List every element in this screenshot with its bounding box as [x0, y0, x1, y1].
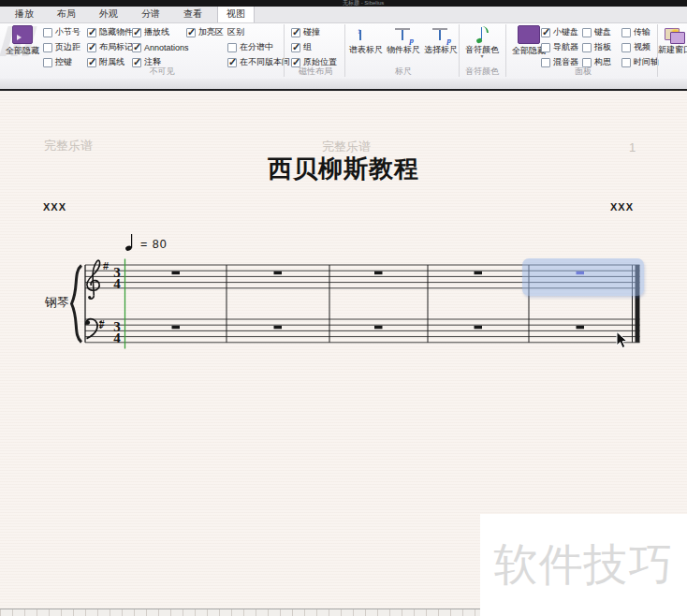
ribbon-tab-row: 播放 布局 外观 分谱 查看 视图 [0, 7, 687, 23]
hide-all-icon [12, 25, 33, 44]
group-label-magnetic-layout: 磁性布局 [286, 66, 344, 78]
checkbox-box [87, 28, 96, 37]
mouse-cursor-icon [616, 331, 629, 350]
group-label-note-colors: 音符颜色 [460, 66, 504, 78]
checkbox-collisions[interactable]: 碰撞 [291, 26, 337, 38]
ribbon-bottom-border [0, 89, 687, 91]
checkbox-playback-line[interactable]: 播放线 [132, 26, 189, 38]
checkbox-box [582, 28, 592, 37]
score-title[interactable]: 西贝柳斯教程 [0, 153, 687, 185]
selection-rulers-button[interactable]: p 选择标尺 [423, 28, 459, 54]
key-signature-sharp-bass: # [99, 319, 105, 330]
checkbox-box [621, 43, 631, 52]
differences-label: 区别 [227, 26, 290, 38]
differences-column: 区别 在分谱中 在不同版本间 [227, 26, 290, 68]
video-watermark-card: 软件技巧 [480, 514, 687, 616]
new-window-button[interactable]: 新建窗口 [659, 28, 687, 54]
object-rulers-icon: p [393, 28, 414, 43]
group-separator [459, 24, 460, 77]
checkbox-box [87, 43, 96, 52]
whole-rest[interactable] [274, 326, 283, 329]
whole-rest[interactable] [172, 326, 181, 329]
checkbox-box [132, 43, 141, 52]
measure-selection-highlight[interactable] [522, 258, 644, 296]
checkbox-layout-marks[interactable]: 布局标记 [87, 41, 133, 53]
staff-rulers-button[interactable]: ↕ 谱表标尺 [348, 28, 384, 54]
hide-all-panels-icon [518, 25, 540, 44]
window-title: 无标题 - Sibelius [343, 0, 384, 7]
whole-rest[interactable] [274, 271, 283, 274]
checkbox-video[interactable]: 视频 [621, 41, 659, 53]
checkbox-box [621, 28, 631, 37]
magnetic-layout-column: 碰撞 组 原始位置 [291, 26, 337, 68]
treble-clef-icon [87, 260, 100, 299]
note-colors-button[interactable]: 音符颜色 ▾ [460, 26, 504, 59]
tab-appearance[interactable]: 外观 [91, 6, 126, 22]
checkbox-transport[interactable]: 传输 [621, 26, 659, 38]
key-signature-sharp-treble: # [103, 260, 109, 271]
checkbox-hidden-objects[interactable]: 隐藏物件 [87, 26, 133, 38]
checkbox-box [227, 43, 237, 52]
checkbox-fretboard[interactable]: 指板 [582, 41, 611, 53]
title-bar: 无标题 - Sibelius [0, 0, 687, 7]
note-colors-icon [476, 26, 488, 43]
ribbon-bottom-shadow [0, 79, 687, 89]
checkbox-box [186, 28, 196, 37]
checkbox-in-parts[interactable]: 在分谱中 [227, 41, 290, 53]
tempo-marking[interactable]: = 80 [123, 231, 168, 252]
group-label-invisibles: 不可见 [43, 66, 281, 78]
whole-rest[interactable] [374, 326, 383, 329]
panels-column-2: 键盘 指板 构思 [582, 26, 611, 68]
system-brace [72, 266, 82, 343]
tab-play[interactable]: 播放 [7, 6, 42, 22]
bass-rests [172, 326, 585, 329]
tab-layout[interactable]: 布局 [49, 6, 84, 22]
invisibles-column-3: 播放线 Annotations 注释 [132, 26, 189, 68]
tab-view[interactable]: 视图 [217, 5, 255, 22]
checkbox-box [582, 43, 592, 52]
checkbox-navigator[interactable]: 导航器 [541, 41, 578, 53]
selection-rulers-icon: p [431, 28, 451, 43]
panels-column-1: 小键盘 导航器 混音器 [541, 26, 578, 68]
checkbox-keypad[interactable]: 小键盘 [541, 26, 578, 38]
whole-rest[interactable] [475, 271, 483, 274]
staff-rulers-icon: ↕ [356, 28, 376, 43]
svg-text:4: 4 [113, 276, 121, 291]
group-separator [344, 24, 345, 77]
checkbox-box [132, 28, 141, 37]
tab-review[interactable]: 查看 [175, 6, 211, 22]
checkbox-highlights[interactable]: 加亮区 [186, 26, 224, 38]
group-separator [284, 24, 285, 77]
hide-all-invisibles-button[interactable]: 全部隐藏 [2, 25, 43, 55]
whole-rest[interactable] [475, 326, 483, 329]
ribbon-view-tab: 全部隐藏 小节号 页边距 控键 隐藏物件 布局标记 附属线 播放线 Annota… [0, 22, 687, 79]
group-separator [505, 24, 506, 77]
group-label-rulers: 标尺 [348, 66, 459, 78]
sibelius-window: 无标题 - Sibelius 播放 布局 外观 分谱 查看 视图 全部隐藏 小节… [0, 0, 687, 616]
composer-text-right[interactable]: XXX [610, 201, 634, 213]
quarter-note-icon [123, 231, 136, 252]
checkbox-annotations[interactable]: Annotations [132, 41, 189, 53]
tab-parts[interactable]: 分谱 [133, 6, 168, 22]
checkbox-groups[interactable]: 组 [291, 41, 337, 53]
checkbox-box [541, 28, 550, 37]
invisibles-column-2: 隐藏物件 布局标记 附属线 [87, 26, 133, 68]
group-label-panels: 面板 [510, 66, 656, 78]
tempo-value: = 80 [140, 238, 168, 251]
checkbox-box [291, 28, 300, 37]
invisibles-column-4: 加亮区 [186, 26, 224, 38]
whole-rest[interactable] [577, 326, 585, 329]
checkbox-box [541, 43, 550, 52]
new-window-icon [665, 28, 685, 43]
time-signature: 3 4 3 4 [113, 265, 121, 346]
instrument-label[interactable]: 钢琴 [45, 294, 69, 311]
svg-text:4: 4 [113, 330, 121, 345]
checkbox-box [291, 43, 300, 52]
whole-rest[interactable] [172, 271, 181, 274]
dropdown-arrow-icon: ▾ [480, 54, 483, 59]
object-rulers-button[interactable]: p 物件标尺 [386, 28, 421, 54]
checkbox-keyboard[interactable]: 键盘 [582, 26, 611, 38]
whole-rest[interactable] [374, 271, 383, 274]
lyricist-text-left[interactable]: XXX [43, 201, 66, 213]
video-watermark-text: 软件技巧 [494, 535, 674, 594]
